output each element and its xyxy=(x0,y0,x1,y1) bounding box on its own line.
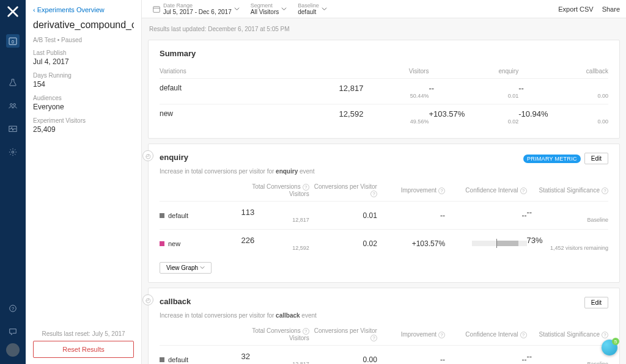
chevron-down-icon xyxy=(234,6,240,12)
summary-row: default 12,81750.44% --0.01 --0.00 xyxy=(160,78,608,104)
edit-button[interactable]: Edit xyxy=(584,153,608,164)
metric-title: callback xyxy=(160,297,317,306)
reset-label: Results last reset: July 5, 2017 xyxy=(33,330,134,337)
nav-rail: 0 ? xyxy=(0,0,26,364)
primary-metric-badge: PRIMARY METRIC xyxy=(523,155,581,163)
audiences-value: Everyone xyxy=(33,103,134,111)
metric-card-callback: ◴ callback Increase in total conversions… xyxy=(148,288,620,364)
visitors-label: Experiment Visitors xyxy=(33,117,134,124)
audiences-label: Audiences xyxy=(33,95,134,101)
help-icon[interactable]: ? xyxy=(303,184,309,191)
svg-text:0: 0 xyxy=(12,40,14,44)
svg-point-5 xyxy=(12,151,14,153)
svg-point-2 xyxy=(10,104,13,106)
share-link[interactable]: Share xyxy=(602,5,620,13)
metric-subtitle: Increase in total conversions per visito… xyxy=(160,168,314,175)
avatar[interactable] xyxy=(6,343,20,357)
experiment-sidebar: ‹ Experiments Overview derivative_compou… xyxy=(26,0,142,364)
help-icon[interactable]: ? xyxy=(370,335,377,341)
help-fab[interactable]: 5 xyxy=(602,340,617,355)
visitors-value: 25,409 xyxy=(33,125,134,134)
export-csv-link[interactable]: Export CSV xyxy=(558,5,593,13)
help-icon[interactable]: ? xyxy=(520,187,527,194)
days-running-value: 154 xyxy=(33,80,134,89)
clock-icon: ◴ xyxy=(142,150,153,161)
gear-icon[interactable] xyxy=(6,145,20,159)
help-icon[interactable]: ? xyxy=(370,191,377,197)
results-updated: Results last updated: December 6, 2017 a… xyxy=(148,23,620,35)
metric-subtitle: Increase in total conversions per visito… xyxy=(160,312,317,319)
topbar: Date RangeJul 5, 2017 - Dec 6, 2017 Segm… xyxy=(142,0,626,18)
help-icon[interactable]: ? xyxy=(438,187,445,194)
svg-point-3 xyxy=(13,104,16,106)
svg-rect-8 xyxy=(153,6,160,12)
chevron-down-icon xyxy=(200,265,205,270)
clock-icon: ◴ xyxy=(142,294,153,305)
metric-title: enquiry xyxy=(160,153,314,162)
pulse-icon[interactable] xyxy=(6,122,20,136)
summary-title: Summary xyxy=(160,49,608,58)
metric-row: default 3212,817 0.00 -- -- --Baseline xyxy=(160,345,608,364)
help-icon[interactable]: ? xyxy=(602,187,608,194)
swatch-icon xyxy=(160,357,164,362)
feedback-icon[interactable] xyxy=(6,325,20,338)
swatch-icon xyxy=(160,241,164,246)
experiment-type: A/B Test • Paused xyxy=(33,37,134,43)
notification-badge: 5 xyxy=(612,338,619,345)
col-visitors: Visitors xyxy=(339,68,429,75)
help-icon[interactable]: ? xyxy=(520,332,527,338)
col-enquiry: enquiry xyxy=(429,68,518,75)
flask-icon[interactable] xyxy=(6,76,20,89)
main-panel: Date RangeJul 5, 2017 - Dec 6, 2017 Segm… xyxy=(142,0,626,364)
view-graph-button[interactable]: View Graph xyxy=(160,262,212,274)
col-variations: Variations xyxy=(160,68,339,75)
help-icon[interactable]: ? xyxy=(438,332,445,338)
audience-icon[interactable] xyxy=(6,99,20,112)
experiment-title: derivative_compound_change xyxy=(33,20,134,31)
summary-row: new 12,59249.56% +103.57%0.02 -10.94%0.0… xyxy=(160,104,608,129)
col-callback: callback xyxy=(518,68,608,75)
segment-selector[interactable]: SegmentAll Visitors xyxy=(246,1,292,18)
swatch-icon xyxy=(160,213,164,218)
chevron-down-icon xyxy=(281,6,287,12)
help-icon[interactable]: ? xyxy=(303,328,309,335)
date-range-selector[interactable]: Date RangeJul 5, 2017 - Dec 6, 2017 xyxy=(148,1,244,18)
reset-results-button[interactable]: Reset Results xyxy=(33,341,134,358)
metric-row: default 11312,817 0.01 -- -- --Baseline xyxy=(160,201,608,229)
back-link[interactable]: ‹ Experiments Overview xyxy=(33,6,134,13)
metric-row: new 22612,592 0.02 +103.57% 73%1,452 vis… xyxy=(160,229,608,257)
last-publish-value: Jul 4, 2017 xyxy=(33,57,134,66)
summary-card: Summary Variations Visitors enquiry call… xyxy=(148,40,620,139)
logo-icon xyxy=(6,5,20,18)
days-running-label: Days Running xyxy=(33,72,134,79)
svg-text:?: ? xyxy=(12,307,14,311)
edit-button[interactable]: Edit xyxy=(584,297,608,308)
metric-card-enquiry: ◴ enquiry Increase in total conversions … xyxy=(148,144,620,283)
help-icon[interactable]: ? xyxy=(6,302,20,315)
calendar-icon[interactable]: 0 xyxy=(6,34,20,48)
confidence-bar xyxy=(445,241,526,246)
chevron-down-icon xyxy=(322,6,327,12)
baseline-selector[interactable]: Baselinedefault xyxy=(293,1,331,18)
help-icon[interactable]: ? xyxy=(602,332,608,338)
last-publish-label: Last Publish xyxy=(33,49,134,56)
